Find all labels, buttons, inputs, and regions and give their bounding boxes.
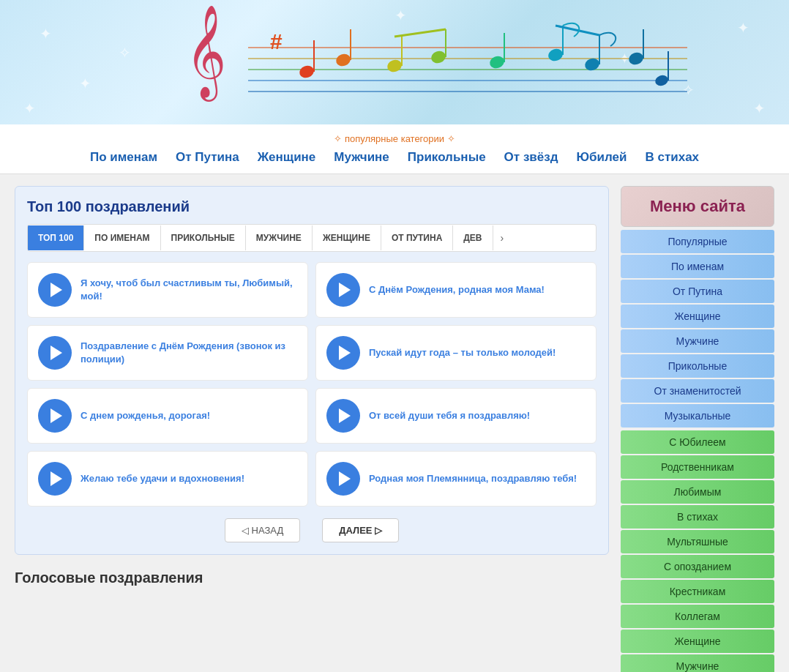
green-menu-section: С Юбилеем Родственникам Любимым В стихах…: [621, 430, 774, 672]
tab-dev[interactable]: ДЕВ: [453, 225, 493, 250]
pagination: ◁ НАЗАД ДАЛЕЕ ▷: [27, 518, 597, 542]
nav-link-women[interactable]: Женщине: [258, 150, 316, 165]
play-button-7[interactable]: [38, 462, 72, 496]
tab-funny[interactable]: ПРИКОЛЬНЫЕ: [161, 225, 246, 250]
tab-men[interactable]: МУЖЧИНЕ: [246, 225, 313, 250]
svg-point-11: [430, 49, 447, 65]
song-title-1[interactable]: Я хочу, чтоб был счастливым ты, Любимый,…: [81, 277, 297, 303]
song-item-1: Я хочу, чтоб был счастливым ты, Любимый,…: [27, 262, 308, 318]
sidebar-item-celebrities[interactable]: От знаменитостей: [621, 379, 774, 403]
blue-menu-section: Популярные По именам От Путина Женщине М…: [621, 230, 774, 428]
top100-title: Топ 100 поздравлений: [27, 198, 597, 215]
sidebar-item-men[interactable]: Мужчине: [621, 329, 774, 353]
svg-point-14: [488, 54, 506, 70]
play-button-3[interactable]: [38, 336, 72, 370]
tab-more-icon[interactable]: ›: [493, 225, 512, 251]
svg-point-16: [547, 47, 564, 63]
voice-section: Голосовые поздравления: [15, 570, 609, 586]
sidebar-item-putin[interactable]: От Путина: [621, 280, 774, 303]
nav-link-stars[interactable]: От звёзд: [504, 150, 558, 165]
menu-title: Меню сайта: [621, 186, 774, 227]
svg-point-7: [334, 52, 352, 68]
nav-link-putin[interactable]: От Путина: [176, 150, 239, 165]
svg-point-5: [298, 64, 315, 80]
sidebar-item-colleagues[interactable]: Коллегам: [621, 605, 774, 628]
tab-putin[interactable]: ОТ ПУТИНА: [381, 225, 453, 250]
sidebar-item-late[interactable]: С опозданием: [621, 555, 774, 578]
sidebar-item-men-green[interactable]: Мужчине: [621, 654, 774, 672]
sidebar-item-relatives[interactable]: Родственникам: [621, 455, 774, 479]
nav-links: По именам От Путина Женщине Мужчине Прик…: [15, 150, 774, 165]
song-title-5[interactable]: С днем рожденья, дорогая!: [81, 409, 210, 422]
sidebar-item-women[interactable]: Женщине: [621, 305, 774, 328]
play-button-4[interactable]: [326, 336, 360, 370]
sidebar-item-musical[interactable]: Музыкальные: [621, 404, 774, 428]
song-item-8: Родная моя Племянница, поздравляю тебя!: [315, 451, 597, 507]
play-button-1[interactable]: [38, 273, 72, 307]
nav-link-poems[interactable]: В стихах: [645, 150, 699, 165]
left-content: Топ 100 поздравлений ТОП 100 ПО ИМЕНАМ П…: [15, 186, 609, 672]
site-header: ✦ ✦ ✧ ✦ ✦ ✧ ✦ ✦ ✦ 𝄞 #: [0, 0, 789, 124]
sidebar-item-jubilee[interactable]: С Юбилеем: [621, 430, 774, 454]
treble-clef-icon: 𝄞: [186, 11, 226, 92]
nav-link-men[interactable]: Мужчине: [334, 150, 389, 165]
play-button-6[interactable]: [326, 399, 360, 433]
song-item-5: С днем рожденья, дорогая!: [27, 388, 308, 444]
song-title-6[interactable]: От всей души тебя я поздравляю!: [369, 409, 530, 422]
nav-link-jubilee[interactable]: Юбилей: [576, 150, 627, 165]
song-item-4: Пускай идут года – ты только молодей!: [315, 325, 597, 381]
nav-link-by-name[interactable]: По именам: [90, 150, 157, 165]
popular-label: ✧ популярные категории ✧: [15, 133, 774, 144]
song-item-3: Поздравление с Днём Рождения (звонок из …: [27, 325, 308, 381]
svg-point-21: [627, 51, 645, 67]
svg-line-13: [394, 29, 446, 37]
next-button[interactable]: ДАЛЕЕ ▷: [322, 518, 399, 542]
song-item-7: Желаю тебе удачи и вдохновения!: [27, 451, 308, 507]
sidebar-item-popular[interactable]: Популярные: [621, 230, 774, 253]
song-title-4[interactable]: Пускай идут года – ты только молодей!: [369, 346, 556, 359]
sidebar-item-women-green[interactable]: Женщине: [621, 630, 774, 653]
sidebar-item-godchild[interactable]: Крестникам: [621, 580, 774, 603]
play-button-5[interactable]: [38, 399, 72, 433]
tabs-bar: ТОП 100 ПО ИМЕНАМ ПРИКОЛЬНЫЕ МУЖЧИНЕ ЖЕН…: [27, 224, 597, 252]
song-title-2[interactable]: С Днём Рождения, родная моя Мама!: [369, 283, 545, 296]
tab-top100[interactable]: ТОП 100: [28, 225, 84, 250]
sidebar-item-funny[interactable]: Прикольные: [621, 354, 774, 378]
main-layout: Топ 100 поздравлений ТОП 100 ПО ИМЕНАМ П…: [0, 174, 789, 672]
sidebar-item-by-name[interactable]: По именам: [621, 255, 774, 278]
song-title-8[interactable]: Родная моя Племянница, поздравляю тебя!: [369, 472, 577, 485]
song-item-6: От всей души тебя я поздравляю!: [315, 388, 597, 444]
music-staff-svg: [248, 22, 695, 110]
svg-point-23: [654, 73, 670, 87]
songs-grid: Я хочу, чтоб был счастливым ты, Любимый,…: [27, 262, 597, 507]
song-item-2: С Днём Рождения, родная моя Мама!: [315, 262, 597, 318]
top100-box: Топ 100 поздравлений ТОП 100 ПО ИМЕНАМ П…: [15, 186, 609, 555]
tab-women[interactable]: ЖЕНЩИНЕ: [313, 225, 381, 250]
nav-link-funny[interactable]: Прикольные: [408, 150, 486, 165]
svg-point-9: [386, 58, 403, 74]
voice-title: Голосовые поздравления: [15, 570, 609, 586]
right-sidebar: Меню сайта Популярные По именам От Путин…: [621, 186, 774, 672]
play-button-8[interactable]: [326, 462, 360, 496]
sidebar-item-beloved[interactable]: Любимым: [621, 480, 774, 504]
sidebar-item-cartoon[interactable]: Мультяшные: [621, 530, 774, 553]
song-title-7[interactable]: Желаю тебе удачи и вдохновения!: [81, 472, 244, 485]
prev-button[interactable]: ◁ НАЗАД: [225, 518, 300, 542]
nav-area: ✧ популярные категории ✧ По именам От Пу…: [0, 124, 789, 174]
play-button-2[interactable]: [326, 273, 360, 307]
tab-by-name[interactable]: ПО ИМЕНАМ: [84, 225, 160, 250]
song-title-3[interactable]: Поздравление с Днём Рождения (звонок из …: [81, 340, 297, 366]
sidebar-item-poems[interactable]: В стихах: [621, 505, 774, 529]
